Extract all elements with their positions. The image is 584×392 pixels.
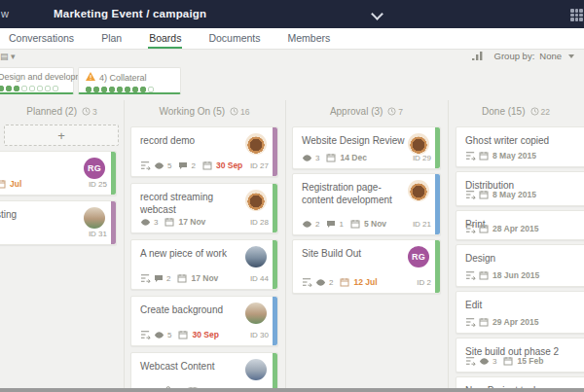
kanban-board: Planned (2) 3 Working On (5) 16 Approval… — [0, 100, 584, 388]
eye-icon — [315, 278, 326, 287]
task-card[interactable]: Registration page-content development 2 … — [292, 173, 441, 235]
due-date: 17 Nov — [191, 273, 218, 283]
tab-plan[interactable]: Plan — [100, 28, 123, 49]
flow-icon — [140, 330, 151, 339]
eye-icon — [302, 220, 312, 229]
avatar-rg: RG — [408, 246, 429, 267]
comment-icon — [326, 220, 336, 229]
watchers-count: 2 — [329, 278, 333, 287]
card-stripe — [273, 240, 277, 289]
tab-conversations[interactable]: Conversations — [8, 28, 75, 49]
progress-dots — [86, 87, 173, 92]
card-stripe — [273, 184, 277, 232]
task-card[interactable]: record streaming webcast 3 17 Nov ID 28 — [130, 183, 278, 233]
task-card[interactable]: Site build out phase 2 3 15 Feb — [456, 338, 584, 373]
progress-dots — [0, 86, 66, 91]
comments-count: 2 — [191, 161, 195, 170]
card-id: ID 2 — [417, 278, 431, 287]
card-title: Ghost writer copied — [456, 127, 584, 147]
tab-documents[interactable]: Documents — [207, 28, 261, 49]
task-card[interactable]: Print 28 Apr 2015 — [456, 210, 584, 240]
avatar-photo — [245, 246, 267, 267]
tab-members[interactable]: Members — [287, 28, 332, 49]
task-card[interactable]: record demo 5 2 30 Sep ID 27 — [130, 126, 278, 177]
flow-icon — [465, 190, 476, 199]
eye-icon — [140, 218, 151, 227]
clock-icon — [230, 107, 238, 116]
card-id: ID 21 — [413, 220, 431, 229]
card-title: New Project task — [456, 377, 584, 388]
task-card[interactable]: Site Build Out RG 2 12 Jul ID 2 — [292, 239, 441, 294]
calendar-icon — [177, 273, 187, 283]
flow-icon — [302, 277, 312, 287]
due-date: 30 Sep — [192, 330, 218, 339]
watchers-count: 5 — [167, 331, 171, 339]
group-by-label: Group by: — [494, 51, 535, 61]
card-title: Site build out phase 2 — [456, 339, 584, 358]
watchers-count: 3 — [154, 218, 158, 227]
flow-icon — [140, 160, 151, 170]
task-card[interactable]: Design 18 Jun 2015 — [456, 244, 584, 287]
clock-icon — [387, 107, 396, 116]
group-by-control[interactable]: Group by: None — [471, 51, 574, 61]
chevron-down-icon[interactable] — [371, 8, 383, 20]
task-card[interactable]: Create background 5 30 Sep ID 30 — [130, 296, 278, 346]
card-id: ID 31 — [89, 230, 107, 238]
due-date: 14 Dec — [340, 153, 366, 162]
task-card[interactable]: Ghost writer copied 8 May 2015 — [456, 126, 584, 167]
task-card[interactable]: Distribution 8 May 2015 — [456, 171, 584, 206]
card-stripe — [273, 127, 277, 176]
watchers-count: 3 — [315, 154, 319, 162]
navbar-cutoff-text: w — [1, 8, 9, 19]
due-date: 5 Nov — [364, 219, 386, 229]
due-date: 12 Jul — [353, 277, 377, 287]
status-card-collateral[interactable]: 4) Collateral — [78, 67, 181, 94]
eye-icon — [479, 357, 490, 366]
task-card[interactable]: New Project task — [456, 376, 584, 388]
flow-icon — [465, 356, 476, 366]
calendar-icon — [340, 277, 349, 287]
due-date: 17 Nov — [178, 217, 205, 227]
add-card-button[interactable]: + — [4, 125, 119, 146]
completed-date: 28 Apr 2015 — [493, 224, 538, 233]
card-id: ID 28 — [250, 218, 269, 227]
horizontal-scrollbar[interactable] — [0, 388, 584, 392]
eye-icon — [154, 331, 164, 339]
comments-count: 1 — [339, 220, 343, 229]
task-card[interactable]: Edit 29 Apr 2015 — [456, 291, 584, 334]
column-header-approval: Approval (3) 7 — [285, 106, 448, 117]
project-title[interactable]: Marketing Event / campaign — [54, 8, 206, 19]
card-id: ID 44 — [250, 274, 269, 283]
completed-date: 18 Jun 2015 — [493, 270, 539, 280]
calendar-icon — [326, 153, 336, 162]
calendar-icon — [0, 179, 6, 189]
avatar-photo — [245, 359, 267, 380]
due-date: Jul — [10, 179, 21, 189]
card-title: Design — [456, 245, 584, 265]
task-card[interactable]: A new piece of work 2 17 Nov ID 44 — [130, 239, 278, 290]
filter-cutoff-icon[interactable]: ▤ ▾ — [0, 52, 16, 61]
clock-icon — [530, 107, 539, 116]
card-stripe — [273, 297, 277, 345]
task-card[interactable]: RG Jul ID 25 — [0, 151, 117, 196]
group-by-value[interactable]: None — [539, 51, 562, 61]
column-header-working-on: Working On (5) 16 — [124, 106, 285, 117]
apps-grid-icon[interactable] — [570, 9, 583, 21]
chart-icon — [471, 51, 484, 61]
task-card[interactable]: Website Design Review 3 14 Dec ID 29 — [292, 126, 441, 169]
task-card[interactable]: Webcast Content 5 1 10 Mar ID 33 — [130, 352, 278, 388]
task-card[interactable]: sting ID 31 — [0, 200, 117, 245]
tab-boards[interactable]: Boards — [148, 28, 182, 49]
card-title: Distribution — [456, 172, 584, 192]
card-id: ID 25 — [89, 180, 107, 189]
card-stripe — [435, 174, 440, 234]
watchers-count: 2 — [315, 220, 319, 229]
card-id: ID 27 — [250, 161, 269, 170]
column-header-done: Done (15) 22 — [448, 106, 584, 117]
board-toolbar: ▤ ▾ Group by: None — [0, 50, 584, 63]
status-card-design-development[interactable]: Design and development — [0, 67, 74, 94]
comment-icon — [178, 161, 188, 170]
avatar-rg: RG — [84, 158, 105, 179]
card-title: Edit — [456, 292, 584, 311]
column-header-planned: Planned (2) 3 — [0, 106, 124, 117]
